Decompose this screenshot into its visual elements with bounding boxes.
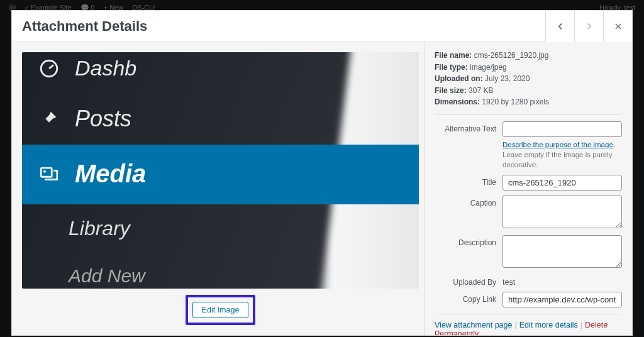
copylink-label: Copy Link bbox=[435, 292, 502, 304]
uploadedby-label: Uploaded By bbox=[435, 275, 502, 287]
chevron-left-icon bbox=[555, 21, 566, 32]
prev-attachment-button[interactable] bbox=[545, 11, 574, 42]
filename-value: cms-265126_1920.jpg bbox=[474, 51, 549, 60]
svg-line-3 bbox=[49, 65, 53, 69]
attachment-details-modal: Attachment Details Dashb Post bbox=[11, 10, 633, 336]
edit-more-link[interactable]: Edit more details bbox=[519, 321, 578, 329]
svg-rect-4 bbox=[41, 168, 52, 177]
attachment-details-panel: File name: cms-265126_1920.jpg File type… bbox=[424, 42, 632, 335]
uploadedby-value: test bbox=[502, 275, 622, 287]
close-icon bbox=[613, 21, 623, 31]
uploaded-value: July 23, 2020 bbox=[485, 74, 530, 83]
copylink-input[interactable] bbox=[502, 292, 622, 307]
description-input[interactable] bbox=[502, 235, 622, 268]
attachment-thumbnail: Dashb Posts Media Library Add New bbox=[22, 52, 419, 289]
chevron-right-icon bbox=[584, 21, 595, 32]
modal-title: Attachment Details bbox=[22, 18, 147, 35]
media-icon bbox=[38, 163, 60, 185]
alt-text-hint: Describe the purpose of the image. Leave… bbox=[502, 140, 622, 170]
attachment-actions: View attachment page|Edit more details|D… bbox=[435, 314, 622, 335]
filesize-value: 307 KB bbox=[469, 86, 493, 95]
dashboard-icon bbox=[38, 58, 60, 79]
close-modal-button[interactable] bbox=[603, 11, 632, 42]
modal-header: Attachment Details bbox=[12, 11, 632, 42]
pushpin-icon bbox=[38, 108, 60, 130]
attachment-preview: Dashb Posts Media Library Add New Edit I… bbox=[12, 42, 424, 335]
edit-image-button[interactable]: Edit Image bbox=[192, 302, 249, 318]
caption-input[interactable] bbox=[502, 196, 622, 228]
title-input[interactable] bbox=[502, 175, 622, 191]
svg-point-5 bbox=[43, 170, 46, 172]
edit-image-highlight: Edit Image bbox=[186, 295, 256, 325]
attachment-meta: File name: cms-265126_1920.jpg File type… bbox=[435, 50, 622, 115]
alt-text-help-link[interactable]: Describe the purpose of the image bbox=[502, 141, 613, 148]
caption-label: Caption bbox=[435, 196, 502, 207]
alt-text-label: Alternative Text bbox=[435, 121, 502, 133]
filetype-value: image/jpeg bbox=[470, 63, 507, 72]
view-attachment-link[interactable]: View attachment page bbox=[435, 321, 512, 329]
alt-text-input[interactable] bbox=[502, 121, 622, 137]
title-label: Title bbox=[435, 175, 502, 187]
description-label: Description bbox=[435, 235, 502, 247]
next-attachment-button[interactable] bbox=[574, 11, 603, 42]
dimensions-value: 1920 by 1280 pixels bbox=[482, 97, 549, 106]
